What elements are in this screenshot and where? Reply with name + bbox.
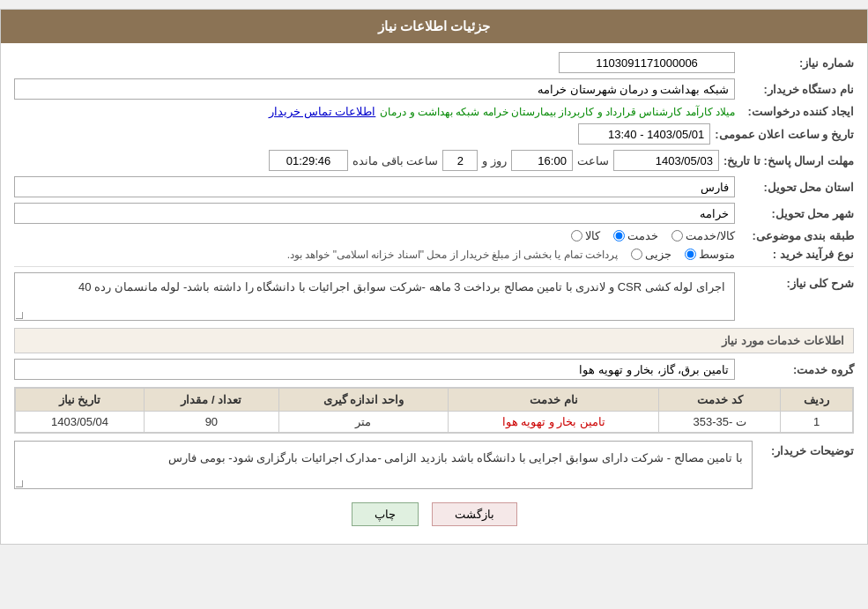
- radio-goods[interactable]: [571, 230, 582, 241]
- col-name: نام خدمت: [449, 389, 659, 412]
- table-row: 1 ت -35-353 تامین بخار و تهویه هوا متر 9…: [16, 412, 853, 433]
- radio-medium-item: متوسط: [685, 248, 735, 261]
- category-label: طبقه بندی موضوعی:: [739, 229, 854, 242]
- deadline-label: مهلت ارسال پاسخ: تا تاریخ:: [723, 154, 854, 167]
- category-radio-group: کالا/خدمت خدمت کالا: [571, 229, 735, 242]
- radio-goods-service[interactable]: [671, 230, 683, 241]
- page-header: جزئیات اطلاعات نیاز: [1, 10, 867, 43]
- need-number-row: شماره نیاز:: [14, 52, 854, 73]
- divider-1: [14, 266, 854, 267]
- services-table: ردیف کد خدمت نام خدمت واحد اندازه گیری ت…: [15, 388, 853, 433]
- creator-label: ایجاد کننده درخواست:: [739, 105, 854, 118]
- buyer-notes-row: توضیحات خریدار: با تامین مصالح - شرکت دا…: [14, 441, 854, 489]
- radio-goods-label: کالا: [585, 229, 600, 242]
- radio-goods-item: کالا: [571, 229, 600, 242]
- radio-medium-label: متوسط: [699, 248, 735, 261]
- buyer-notes-label: توضیحات خریدار:: [757, 441, 854, 457]
- deadline-date-input[interactable]: [613, 150, 719, 171]
- process-radio-group: متوسط جزیی: [631, 248, 735, 261]
- need-number-label: شماره نیاز:: [739, 56, 854, 70]
- radio-partial-item: جزیی: [631, 248, 671, 261]
- deadline-row: مهلت ارسال پاسخ: تا تاریخ: ساعت روز و سا…: [14, 150, 854, 171]
- buyer-org-input[interactable]: [14, 78, 735, 100]
- table-header-row: ردیف کد خدمت نام خدمت واحد اندازه گیری ت…: [16, 389, 853, 412]
- radio-goods-service-label: کالا/خدمت: [686, 229, 735, 242]
- buyer-notes-container: با تامین مصالح - شرکت دارای سوابق اجرایی…: [14, 441, 753, 489]
- radio-goods-service-item: کالا/خدمت: [671, 229, 735, 242]
- col-date: تاریخ نیاز: [16, 389, 145, 412]
- buyer-org-label: نام دستگاه خریدار:: [739, 83, 854, 96]
- deadline-time-input[interactable]: [511, 150, 573, 171]
- cell-service-name: تامین بخار و تهویه هوا: [449, 412, 659, 433]
- radio-service-label: خدمت: [627, 229, 658, 242]
- radio-medium[interactable]: [685, 249, 696, 260]
- description-label: شرح کلی نیاز:: [739, 272, 854, 290]
- province-input[interactable]: [14, 176, 735, 197]
- service-group-input[interactable]: [14, 359, 735, 380]
- announce-datetime-input[interactable]: [578, 123, 710, 145]
- category-row: طبقه بندی موضوعی: کالا/خدمت خدمت کالا: [14, 229, 854, 242]
- cell-unit: متر: [278, 412, 449, 433]
- radio-service-item: خدمت: [613, 229, 658, 242]
- back-button[interactable]: بازگشت: [432, 502, 517, 526]
- creator-green-text: میلاد کارآمد کارشناس قرارداد و کاربرداز …: [380, 106, 735, 118]
- city-label: شهر محل تحویل:: [739, 207, 854, 220]
- deadline-days-label: روز و: [482, 154, 507, 167]
- buyer-org-row: نام دستگاه خریدار:: [14, 78, 854, 100]
- radio-partial[interactable]: [631, 249, 642, 260]
- col-row-num: ردیف: [781, 389, 853, 412]
- services-section-title: اطلاعات خدمات مورد نیاز: [14, 328, 854, 353]
- description-box: اجرای لوله کشی CSR و لاندری با تامین مصا…: [14, 272, 735, 321]
- col-unit: واحد اندازه گیری: [278, 389, 449, 412]
- deadline-remaining-input[interactable]: [269, 150, 348, 171]
- deadline-days-input[interactable]: [442, 150, 478, 171]
- cell-date: 1403/05/04: [16, 412, 145, 433]
- deadline-time-label: ساعت: [577, 154, 609, 167]
- button-row: بازگشت چاپ: [14, 502, 854, 526]
- service-group-row: گروه خدمت:: [14, 359, 854, 380]
- col-qty: تعداد / مقدار: [145, 389, 279, 412]
- main-container: جزئیات اطلاعات نیاز شماره نیاز: نام دستگ…: [0, 9, 868, 545]
- process-label: نوع فرآیند خرید :: [739, 248, 854, 261]
- process-note: پرداخت تمام یا بخشی از مبلغ خریدار از مح…: [287, 249, 618, 261]
- province-row: استان محل تحویل:: [14, 176, 854, 197]
- announce-datetime-row: تاریخ و ساعت اعلان عمومی:: [14, 123, 854, 145]
- description-row: شرح کلی نیاز: اجرای لوله کشی CSR و لاندر…: [14, 272, 854, 321]
- creator-row: ایجاد کننده درخواست: میلاد کارآمد کارشنا…: [14, 105, 854, 118]
- cell-row-num: 1: [781, 412, 853, 433]
- process-row: نوع فرآیند خرید : متوسط جزیی پرداخت تمام…: [14, 248, 854, 261]
- col-code: کد خدمت: [659, 389, 781, 412]
- need-number-input[interactable]: [559, 52, 735, 73]
- content-area: شماره نیاز: نام دستگاه خریدار: ایجاد کنن…: [1, 43, 867, 544]
- deadline-remaining-label: ساعت باقی مانده: [352, 154, 438, 167]
- city-input[interactable]: [14, 203, 735, 224]
- buyer-notes-box: با تامین مصالح - شرکت دارای سوابق اجرایی…: [14, 441, 753, 489]
- cell-code: ت -35-353: [659, 412, 781, 433]
- province-label: استان محل تحویل:: [739, 181, 854, 194]
- services-table-container: ردیف کد خدمت نام خدمت واحد اندازه گیری ت…: [14, 387, 854, 434]
- city-row: شهر محل تحویل:: [14, 203, 854, 224]
- description-container: اجرای لوله کشی CSR و لاندری با تامین مصا…: [14, 272, 735, 321]
- resize-corner-icon: [16, 312, 23, 319]
- radio-service[interactable]: [613, 230, 625, 241]
- cell-qty: 90: [145, 412, 279, 433]
- creator-contact-link[interactable]: اطلاعات تماس خریدار: [269, 105, 375, 118]
- print-button[interactable]: چاپ: [352, 502, 419, 526]
- header-title: جزئیات اطلاعات نیاز: [378, 19, 490, 33]
- notes-resize-corner-icon: [16, 480, 23, 487]
- radio-partial-label: جزیی: [645, 248, 671, 261]
- announce-datetime-label: تاریخ و ساعت اعلان عمومی:: [715, 128, 854, 141]
- service-group-label: گروه خدمت:: [739, 363, 854, 376]
